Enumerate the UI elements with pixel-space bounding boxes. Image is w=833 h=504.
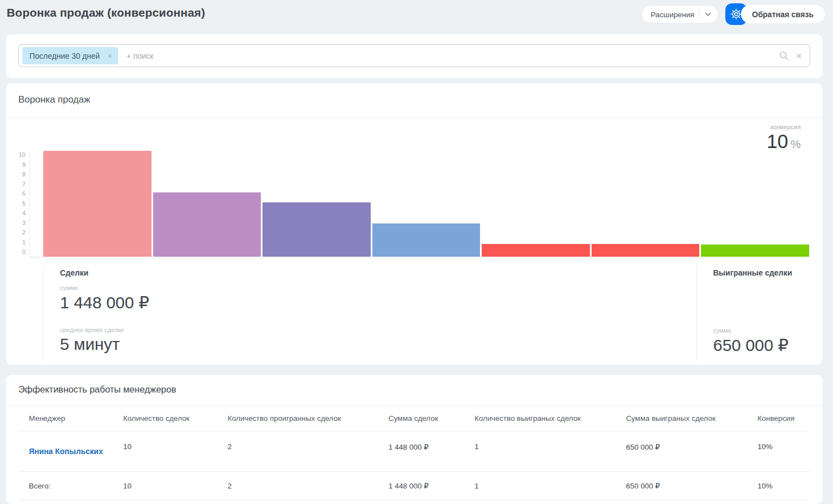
x-axis-line bbox=[29, 258, 809, 258]
y-axis-tick-label: 1 bbox=[14, 238, 26, 248]
y-axis-tick-label: 2 bbox=[14, 228, 26, 238]
page-title: Воронка продаж (конверсионная) bbox=[7, 6, 205, 19]
chevron-down-icon bbox=[705, 12, 711, 17]
won-sum-label: сумма bbox=[713, 327, 809, 334]
funnel-bar[interactable] bbox=[153, 192, 261, 257]
cell-lost-count: 2 bbox=[217, 431, 378, 471]
y-axis: 109876543210 bbox=[14, 150, 26, 257]
total-deals-count: 10 bbox=[113, 472, 217, 500]
funnel-panel-title: Воронка продаж bbox=[18, 94, 90, 105]
manager-link[interactable]: Янина Копыльских bbox=[29, 447, 103, 456]
deals-summary: Сделки сумма 1 448 000 ₽ среднее время с… bbox=[43, 265, 332, 360]
y-axis-tick-label: 4 bbox=[14, 208, 26, 218]
table-header-row: Менеджер Количество сделок Количество пр… bbox=[18, 406, 810, 431]
extensions-button-label: Расширения bbox=[650, 11, 694, 19]
table-total-row: Всего: 10 2 1 448 000 ₽ 1 650 000 ₽ 10% bbox=[18, 472, 810, 500]
won-summary-title: Выигранные сделки bbox=[713, 268, 809, 277]
total-label: Всего: bbox=[18, 472, 113, 500]
deals-sum-label: сумма bbox=[60, 284, 332, 291]
cell-won-sum: 650 000 ₽ bbox=[615, 431, 747, 471]
cell-conversion: 10% bbox=[747, 431, 810, 471]
col-header-won-count: Количество выиграных сделок bbox=[464, 406, 615, 431]
cell-deals-sum: 1 448 000 ₽ bbox=[378, 431, 464, 471]
filter-chip-last-30-days[interactable]: Последние 30 дней × bbox=[22, 47, 118, 64]
col-header-deals-count: Количество сделок bbox=[113, 406, 217, 431]
col-header-won-sum: Сумма выиграных сделок bbox=[615, 406, 747, 431]
filter-chip-label: Последние 30 дней bbox=[29, 52, 100, 60]
y-axis-tick-label: 9 bbox=[14, 160, 26, 170]
button-divider bbox=[699, 11, 700, 19]
total-deals-sum: 1 448 000 ₽ bbox=[378, 472, 464, 500]
funnel-card: Воронка продаж конверсия 10 % 1098765432… bbox=[6, 83, 822, 365]
clear-search-icon[interactable]: × bbox=[796, 50, 802, 61]
deals-time-label: среднее время сделки bbox=[60, 327, 332, 333]
managers-panel-title: Эффективность работы менеджеров bbox=[18, 384, 176, 395]
y-axis-tick-label: 6 bbox=[14, 189, 26, 199]
cell-won-count: 1 bbox=[464, 431, 615, 471]
extensions-button[interactable]: Расширения bbox=[642, 6, 718, 23]
deals-time-value: 5 минут bbox=[60, 335, 332, 354]
app-header: Воронка продаж (конверсионная) Расширени… bbox=[0, 0, 833, 31]
table-row: Янина Копыльских 10 2 1 448 000 ₽ 1 650 … bbox=[18, 431, 810, 472]
funnel-bars bbox=[43, 113, 809, 257]
funnel-bar[interactable] bbox=[482, 244, 590, 257]
managers-table: Менеджер Количество сделок Количество пр… bbox=[18, 406, 810, 500]
filter-card: Последние 30 дней × × bbox=[6, 34, 822, 78]
feedback-button-label: Обратная связь bbox=[752, 10, 814, 19]
col-header-manager: Менеджер bbox=[18, 406, 113, 431]
total-lost-count: 2 bbox=[217, 472, 378, 500]
funnel-bar[interactable] bbox=[43, 151, 152, 257]
col-header-conversion: Конверсия bbox=[747, 406, 810, 431]
won-sum-value: 650 000 ₽ bbox=[713, 335, 809, 355]
y-axis-tick-label: 3 bbox=[14, 218, 26, 228]
y-axis-tick-label: 5 bbox=[14, 199, 26, 209]
managers-card: Эффективность работы менеджеров Менеджер… bbox=[6, 375, 822, 504]
funnel-bar[interactable] bbox=[262, 202, 371, 257]
funnel-bar[interactable] bbox=[592, 244, 700, 257]
total-won-count: 1 bbox=[464, 472, 615, 500]
y-axis-tick-label: 10 bbox=[14, 150, 26, 160]
funnel-bar[interactable] bbox=[701, 245, 809, 257]
deals-summary-title: Сделки bbox=[60, 268, 332, 277]
cell-deals-count: 10 bbox=[113, 431, 217, 471]
search-input[interactable] bbox=[125, 51, 779, 61]
y-axis-tick-label: 0 bbox=[14, 247, 26, 257]
y-axis-tick-label: 8 bbox=[14, 170, 26, 180]
funnel-bar[interactable] bbox=[372, 223, 481, 257]
gear-icon bbox=[730, 8, 742, 20]
y-axis-tick-label: 7 bbox=[14, 180, 26, 190]
total-won-sum: 650 000 ₽ bbox=[615, 472, 747, 500]
deals-sum-value: 1 448 000 ₽ bbox=[60, 293, 332, 312]
won-summary: Выигранные сделки сумма 650 000 ₽ bbox=[696, 265, 809, 360]
col-header-deals-sum: Сумма сделок bbox=[378, 406, 464, 431]
search-icon[interactable] bbox=[779, 51, 789, 60]
chip-remove-icon[interactable]: × bbox=[108, 52, 112, 60]
filter-search-field[interactable]: Последние 30 дней × × bbox=[18, 44, 810, 67]
feedback-button[interactable]: Обратная связь bbox=[741, 5, 825, 23]
col-header-lost-count: Количество проигранных сделок bbox=[217, 406, 378, 431]
axis-line bbox=[29, 151, 44, 257]
total-conversion: 10% bbox=[747, 472, 810, 500]
